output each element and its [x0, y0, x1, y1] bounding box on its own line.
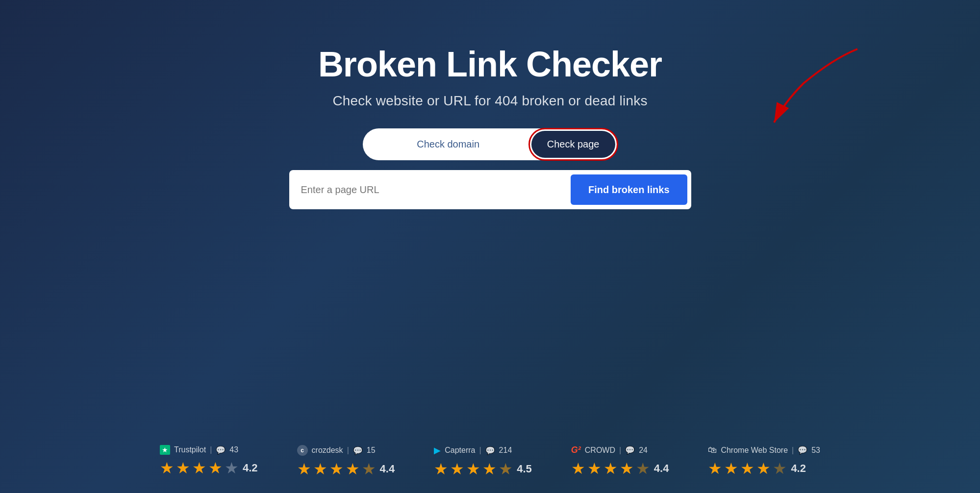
crozdesk-stars: ★ ★ ★ ★ ★ 4.4	[297, 460, 395, 478]
g2-stars: ★ ★ ★ ★ ★ 4.4	[571, 459, 669, 478]
comment-icon: 💬	[216, 445, 226, 455]
check-page-wrapper: Check page	[531, 131, 615, 158]
check-page-tab[interactable]: Check page	[531, 131, 615, 158]
rating-capterra: ▶ Capterra | 💬 214 ★ ★ ★ ★ ★ 4.5	[434, 445, 532, 478]
rating-trustpilot: ★ Trustpilot | 💬 43 ★ ★ ★ ★ ★ 4.2	[160, 445, 258, 478]
rating-chrome: 🛍 Chrome Web Store | 💬 53 ★ ★ ★ ★ ★ 4.2	[708, 445, 820, 478]
chrome-stars: ★ ★ ★ ★ ★ 4.2	[708, 459, 806, 478]
chrome-icon: 🛍	[708, 445, 717, 455]
capterra-stars: ★ ★ ★ ★ ★ 4.5	[434, 460, 532, 478]
g2-icon: G²	[571, 445, 581, 455]
rating-crozdesk: c crozdesk | 💬 15 ★ ★ ★ ★ ★ 4.4	[297, 445, 395, 478]
crozdesk-icon: c	[297, 445, 308, 456]
check-domain-tab[interactable]: Check domain	[365, 131, 531, 158]
ratings-section: ★ Trustpilot | 💬 43 ★ ★ ★ ★ ★ 4.2 c croz…	[0, 445, 980, 478]
url-input[interactable]	[301, 184, 571, 196]
crozdesk-score: 4.4	[380, 463, 395, 475]
comment-icon: 💬	[625, 445, 635, 455]
comment-icon: 💬	[485, 446, 495, 455]
comment-icon: 💬	[353, 446, 363, 455]
search-container: Find broken links	[289, 170, 691, 209]
g2-score: 4.4	[654, 462, 669, 475]
trustpilot-count: 43	[229, 445, 238, 454]
chrome-count: 53	[811, 446, 820, 455]
trustpilot-icon: ★	[160, 445, 170, 455]
hero-section: Broken Link Checker Check website or URL…	[0, 0, 980, 209]
crozdesk-count: 15	[367, 446, 376, 455]
subtitle: Check website or URL for 404 broken or d…	[332, 93, 647, 109]
tab-container: Check domain Check page	[363, 128, 618, 160]
trustpilot-score: 4.2	[243, 462, 258, 474]
comment-icon: 💬	[798, 445, 807, 455]
chrome-score: 4.2	[791, 462, 806, 475]
page-title: Broken Link Checker	[318, 44, 662, 84]
capterra-icon: ▶	[434, 445, 441, 456]
chrome-label: Chrome Web Store	[721, 446, 788, 455]
capterra-label: Capterra	[445, 446, 475, 455]
find-broken-links-button[interactable]: Find broken links	[571, 174, 687, 205]
trustpilot-label: Trustpilot	[174, 445, 206, 454]
capterra-score: 4.5	[517, 463, 532, 475]
capterra-count: 214	[499, 446, 512, 455]
g2-label: CROWD	[585, 446, 615, 455]
trustpilot-stars: ★ ★ ★ ★ ★ 4.2	[160, 459, 258, 477]
g2-count: 24	[639, 446, 648, 455]
crozdesk-label: crozdesk	[312, 446, 343, 455]
rating-g2crowd: G² CROWD | 💬 24 ★ ★ ★ ★ ★ 4.4	[571, 445, 669, 478]
